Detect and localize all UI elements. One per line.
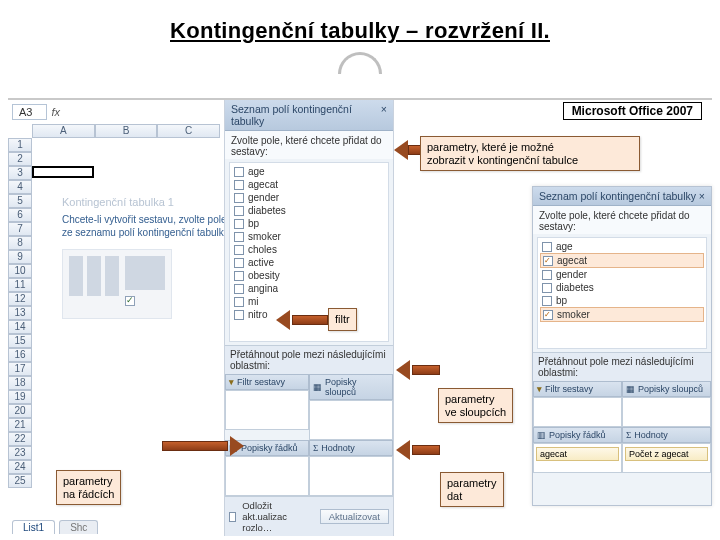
row-header[interactable]: 13 [8, 306, 32, 320]
checkbox-icon[interactable] [543, 310, 553, 320]
sheet-tabs: List1 Shc [8, 518, 98, 536]
field-item[interactable]: gender [542, 268, 702, 281]
field-item[interactable]: bp [234, 217, 384, 230]
callout-columns: parametry ve sloupcích [438, 388, 513, 423]
row-header[interactable]: 2 [8, 152, 32, 166]
row-header[interactable]: 8 [8, 236, 32, 250]
col-header[interactable]: A [32, 124, 95, 138]
row-header[interactable]: 19 [8, 390, 32, 404]
field-item[interactable]: diabetes [542, 281, 702, 294]
field-item[interactable]: active [234, 256, 384, 269]
field-item[interactable]: smoker [540, 307, 704, 322]
checkbox-icon[interactable] [542, 242, 552, 252]
row-header[interactable]: 17 [8, 362, 32, 376]
row-header[interactable]: 12 [8, 292, 32, 306]
checkbox-icon[interactable] [234, 297, 244, 307]
dropzone-values[interactable] [309, 456, 393, 496]
row-header[interactable]: 7 [8, 222, 32, 236]
name-box[interactable]: A3 fx [12, 104, 60, 120]
pane-title: Seznam polí kontingenční tabulky [231, 103, 381, 127]
field-item[interactable]: mi [234, 295, 384, 308]
callout-rows-line1: parametry [63, 475, 113, 487]
checkbox-icon[interactable] [542, 283, 552, 293]
dropzone-values-label: ΣHodnoty [622, 427, 711, 443]
field-item[interactable]: smoker [234, 230, 384, 243]
row-header[interactable]: 25 [8, 474, 32, 488]
field-item[interactable]: obesity [234, 269, 384, 282]
field-item[interactable]: age [234, 165, 384, 178]
arrow-to-columns [398, 360, 440, 380]
row-header[interactable]: 5 [8, 194, 32, 208]
callout-fields: parametry, které je možné zobrazit v kon… [420, 136, 640, 171]
row-header[interactable]: 10 [8, 264, 32, 278]
field-item[interactable]: gender [234, 191, 384, 204]
field-item[interactable]: angina [234, 282, 384, 295]
field-item[interactable]: bp [542, 294, 702, 307]
field-item[interactable]: choles [234, 243, 384, 256]
checkbox-icon[interactable] [234, 271, 244, 281]
arrow-to-filter [278, 310, 328, 330]
sheet-tab-active[interactable]: List1 [12, 520, 55, 534]
defer-checkbox[interactable] [229, 512, 236, 522]
checkbox-icon[interactable] [234, 219, 244, 229]
sheet-tab-next[interactable]: Shc [59, 520, 98, 534]
row-header[interactable]: 14 [8, 320, 32, 334]
checkbox-icon[interactable] [234, 167, 244, 177]
row-header[interactable]: 6 [8, 208, 32, 222]
selected-cell-outline [32, 166, 94, 178]
filter-icon: ▾ [229, 377, 234, 387]
checkbox-icon[interactable] [542, 270, 552, 280]
row-header[interactable]: 4 [8, 180, 32, 194]
checkbox-icon[interactable] [234, 180, 244, 190]
checkbox-icon[interactable] [542, 296, 552, 306]
fx-icon[interactable]: fx [51, 106, 60, 118]
close-icon[interactable]: × [381, 103, 387, 127]
row-header[interactable]: 3 [8, 166, 32, 180]
dropzone-columns[interactable] [309, 400, 393, 440]
checkbox-icon[interactable] [234, 245, 244, 255]
drag-header: Přetáhnout pole mezi následujícími oblas… [533, 352, 711, 381]
callout-data-line1: parametry [447, 477, 497, 489]
cell-reference[interactable]: A3 [12, 104, 47, 120]
drag-header: Přetáhnout pole mezi následujícími oblas… [225, 345, 393, 374]
field-item[interactable]: agecat [234, 178, 384, 191]
dropzone-filter[interactable] [533, 397, 622, 427]
value-field-item[interactable]: Počet z agecat [625, 447, 708, 461]
row-header[interactable]: 11 [8, 278, 32, 292]
checkbox-icon[interactable] [234, 232, 244, 242]
row-header[interactable]: 15 [8, 334, 32, 348]
dropzone-values-label: ΣHodnoty [309, 440, 393, 456]
cell-grid[interactable]: Kontingenční tabulka 1 Chcete-li vytvoři… [32, 138, 220, 516]
dropzone-rows[interactable] [225, 456, 309, 496]
row-header[interactable]: 21 [8, 418, 32, 432]
field-item[interactable]: agecat [540, 253, 704, 268]
row-header[interactable]: 20 [8, 404, 32, 418]
row-header[interactable]: 23 [8, 446, 32, 460]
row-header[interactable]: 18 [8, 376, 32, 390]
checkbox-icon[interactable] [234, 310, 244, 320]
close-icon[interactable]: × [699, 190, 705, 202]
field-item[interactable]: diabetes [234, 204, 384, 217]
checkbox-icon[interactable] [543, 256, 553, 266]
update-button[interactable]: Aktualizovat [320, 509, 389, 524]
row-field-item[interactable]: agecat [536, 447, 619, 461]
col-header[interactable]: B [95, 124, 158, 138]
checkbox-icon[interactable] [234, 284, 244, 294]
row-header[interactable]: 22 [8, 432, 32, 446]
column-headers: A B C [32, 124, 220, 138]
checkbox-icon[interactable] [234, 258, 244, 268]
dropzone-columns[interactable] [622, 397, 711, 427]
row-header[interactable]: 9 [8, 250, 32, 264]
field-item[interactable]: age [542, 240, 702, 253]
row-header[interactable]: 24 [8, 460, 32, 474]
row-header[interactable]: 16 [8, 348, 32, 362]
checkbox-icon[interactable] [234, 193, 244, 203]
filter-icon: ▾ [537, 384, 542, 394]
dropzone-rows[interactable]: agecat [533, 443, 622, 473]
field-list[interactable]: ageagecatgenderdiabetesbpsmoker [537, 237, 707, 349]
dropzone-values[interactable]: Počet z agecat [622, 443, 711, 473]
row-header[interactable]: 1 [8, 138, 32, 152]
dropzone-filter[interactable] [225, 390, 309, 430]
checkbox-icon[interactable] [234, 206, 244, 216]
col-header[interactable]: C [157, 124, 220, 138]
